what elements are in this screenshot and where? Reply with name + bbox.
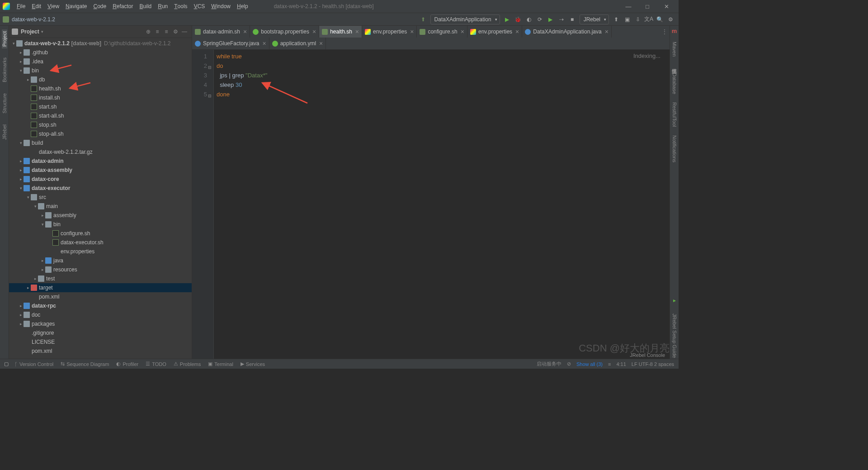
tree-node[interactable]: ▸resources	[9, 265, 192, 274]
jrebel-debug-icon[interactable]: ▣	[623, 15, 632, 24]
menu-file[interactable]: File	[14, 0, 28, 13]
tree-node[interactable]: ▸datax-core	[9, 175, 192, 184]
tree-node[interactable]: ▸packages	[9, 319, 192, 328]
close-button[interactable]: ✕	[657, 3, 676, 10]
menu-code[interactable]: Code	[90, 0, 109, 13]
status-showall[interactable]: Show all (3)	[574, 361, 605, 367]
breadcrumb[interactable]: datax-web-v-2.1.2	[12, 16, 418, 23]
stop-button[interactable]: ■	[568, 15, 577, 24]
jrebel-combo[interactable]: JRebel	[580, 14, 609, 24]
minimize-button[interactable]: —	[619, 3, 638, 10]
editor-tab[interactable]: application.yml×	[269, 38, 326, 49]
tree-node[interactable]: env.properties	[9, 247, 192, 256]
close-tab-icon[interactable]: ×	[355, 28, 359, 35]
maven-m-icon[interactable]: m	[672, 28, 677, 34]
menu-build[interactable]: Build	[137, 0, 155, 13]
tree-node[interactable]: health.sh	[9, 84, 192, 93]
status-server[interactable]: 启动服务中	[534, 361, 564, 367]
status-pos[interactable]: 4:11	[613, 361, 628, 367]
editor-tab[interactable]: configure.sh×	[417, 26, 467, 38]
tree-node[interactable]: datax-web-2.1.2.tar.gz	[9, 147, 192, 157]
editor-text[interactable]: while truedo jps | grep "Datax*" sleep 3…	[214, 50, 670, 359]
tree-node[interactable]: ▾main	[9, 202, 192, 211]
tree-node[interactable]: install.sh	[9, 93, 192, 102]
right-tab-database[interactable]: Database	[672, 72, 677, 95]
menu-help[interactable]: Help	[234, 0, 251, 13]
status-seqdiag[interactable]: ⇆Sequence Diagram	[57, 361, 113, 367]
collapse-all-icon[interactable]: ≡	[162, 28, 171, 35]
close-tab-icon[interactable]: ×	[410, 28, 414, 35]
jrebel-setup-icon[interactable]: ▸	[673, 297, 676, 304]
close-tab-icon[interactable]: ×	[605, 28, 609, 35]
tree-node[interactable]: ▾datax-web-v-2.1.2 [datax-web]D:\github\…	[9, 39, 192, 48]
tree-node[interactable]: ▸test	[9, 274, 192, 283]
editor-tab[interactable]: SpringGlueFactory.java×	[192, 38, 269, 49]
editor-tab[interactable]: datax-admin.sh×	[192, 26, 250, 38]
tree-node[interactable]: ▸target	[9, 283, 192, 292]
menu-view[interactable]: View	[44, 0, 62, 13]
menu-tools[interactable]: Tools	[171, 0, 190, 13]
tree-node[interactable]: ▸assembly	[9, 211, 192, 220]
menu-vcs[interactable]: VCS	[191, 0, 208, 13]
tree-node[interactable]: datax-executor.sh	[9, 238, 192, 247]
hide-sidebar-icon[interactable]: —	[180, 28, 189, 35]
status-terminal[interactable]: ▣Terminal	[204, 361, 237, 367]
run-config-combo[interactable]: DataXAdminApplication	[430, 14, 500, 24]
tree-node[interactable]: pom.xml	[9, 292, 192, 301]
close-tab-icon[interactable]: ×	[515, 28, 519, 35]
attach-button[interactable]: ⇢	[557, 15, 566, 24]
status-jrebel-console[interactable]: JRebel Console	[626, 352, 669, 358]
debug-button[interactable]: 🐞	[514, 15, 523, 24]
tree-node[interactable]: ▸java	[9, 256, 192, 265]
tree-node[interactable]: .gitignore	[9, 328, 192, 337]
close-tab-icon[interactable]: ×	[312, 28, 316, 35]
tree-node[interactable]: ▾bin	[9, 66, 192, 75]
right-tab-maven[interactable]: Maven	[672, 41, 677, 57]
close-tab-icon[interactable]: ×	[243, 28, 247, 35]
right-tab-notify[interactable]: Notifications	[672, 134, 677, 163]
run-button[interactable]: ▶	[503, 15, 512, 24]
tree-node[interactable]: pom.xml	[9, 347, 192, 356]
status-todo[interactable]: ☰TODO	[142, 361, 170, 367]
left-tab-bookmarks[interactable]: Bookmarks	[2, 56, 7, 84]
tree-node[interactable]: ▸.github	[9, 48, 192, 57]
search-icon[interactable]: 🔍	[655, 15, 664, 24]
status-enc[interactable]: LF UTF-8 2 spaces	[629, 361, 677, 367]
left-tab-structure[interactable]: Structure	[2, 91, 7, 115]
build-icon[interactable]: ⬆	[419, 15, 428, 24]
sidebar-title[interactable]: Project	[21, 28, 39, 35]
run2-button[interactable]: ▶	[546, 15, 555, 24]
expand-all-icon[interactable]: ≡	[153, 28, 162, 35]
jrebel-run-icon[interactable]: ⬆	[612, 15, 621, 24]
maximize-button[interactable]: □	[638, 3, 657, 10]
menu-edit[interactable]: Edit	[28, 0, 44, 13]
menu-navigate[interactable]: Navigate	[62, 0, 90, 13]
right-tab-restful[interactable]: RestfulTool	[672, 101, 677, 128]
tool-windows-icon[interactable]: ▢	[2, 361, 11, 367]
left-tab-jrebel[interactable]: JRebel	[2, 123, 7, 142]
git-pull-icon[interactable]: ⇩	[633, 15, 642, 24]
tree-node[interactable]: ▸db	[9, 75, 192, 84]
translate-icon[interactable]: 文A	[644, 15, 653, 24]
tree-node[interactable]: ▾src	[9, 193, 192, 202]
editor-gutter[interactable]: 12⊟345⊟	[192, 50, 214, 359]
close-tab-icon[interactable]: ×	[319, 40, 323, 47]
tree-node[interactable]: ▾build	[9, 138, 192, 147]
editor-tab[interactable]: bootstrap.properties×	[250, 26, 319, 38]
menu-refactor[interactable]: Refactor	[109, 0, 136, 13]
tree-node[interactable]: stop-all.sh	[9, 129, 192, 138]
tree-node[interactable]: ▸datax-admin	[9, 157, 192, 166]
coverage-button[interactable]: ◐	[524, 15, 533, 24]
tree-node[interactable]: start.sh	[9, 102, 192, 111]
close-tab-icon[interactable]: ×	[263, 40, 266, 47]
status-services[interactable]: ▶Services	[237, 361, 269, 367]
sidebar-settings-icon[interactable]: ⚙	[171, 28, 180, 35]
tree-node[interactable]: ▾bin	[9, 220, 192, 229]
tree-node[interactable]: ▸.idea	[9, 57, 192, 66]
tree-node[interactable]: start-all.sh	[9, 111, 192, 120]
status-err-icon[interactable]: ⊘	[564, 361, 574, 367]
tabs-overflow-icon[interactable]: ⋮	[660, 26, 670, 38]
tree-node[interactable]: configure.sh	[9, 229, 192, 238]
right-tab-preview[interactable]: 速览组件	[671, 64, 678, 66]
status-problems[interactable]: ⚠Problems	[170, 361, 204, 367]
